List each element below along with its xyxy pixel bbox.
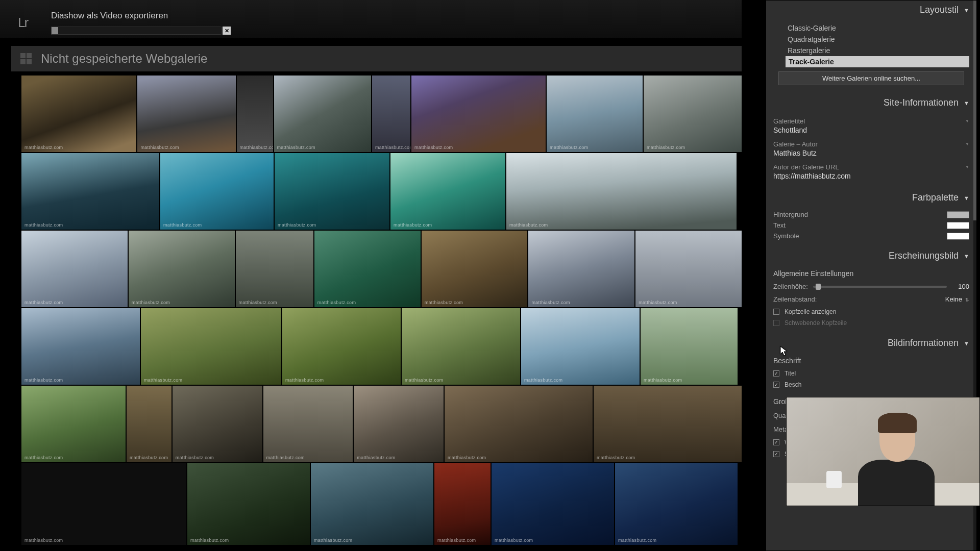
gallery-thumbnail[interactable]: matthiasbutz.com [236, 231, 313, 307]
section-title: Layoutstil [920, 5, 959, 15]
gallery-thumbnail[interactable]: matthiasbutz.com [354, 386, 444, 462]
gallery-thumbnail[interactable]: matthiasbutz.com [434, 463, 491, 545]
gallery-thumbnail[interactable]: matthiasbutz.com [129, 231, 235, 307]
watermark-text: matthiasbutz.com [190, 538, 229, 543]
gallery-thumbnail[interactable]: matthiasbutz.com [635, 231, 742, 307]
checkbox-icon [773, 320, 779, 326]
row-spacing-select[interactable]: Zeilenabstand: Keine⇅ [773, 292, 969, 306]
watermark-text: matthiasbutz.com [394, 222, 432, 228]
chevron-down-icon[interactable]: ▼ [965, 119, 969, 123]
section-site-info[interactable]: Site-Informationen ▼ [766, 93, 976, 112]
gallery-thumbnail[interactable]: matthiasbutz.com [521, 308, 640, 385]
layout-style-item[interactable]: Rastergalerie [786, 45, 969, 56]
gallery-thumbnail[interactable]: matthiasbutz.com [411, 76, 546, 152]
watermark-text: matthiasbutz.com [314, 538, 352, 543]
watermark-text: matthiasbutz.com [24, 378, 63, 383]
gallery-thumbnail[interactable]: matthiasbutz.com [547, 76, 643, 152]
watermark-text: matthiasbutz.com [130, 455, 168, 460]
gallery-thumbnail[interactable]: matthiasbutz.com [390, 153, 505, 230]
gallery-thumbnail[interactable]: matthiasbutz.com [492, 463, 614, 545]
cancel-export-button[interactable]: ✕ [223, 27, 231, 35]
chevron-down-icon: ▼ [964, 340, 969, 346]
color-row[interactable]: Text [773, 220, 969, 231]
gallery-thumbnail[interactable]: matthiasbutz.com [372, 76, 410, 152]
layout-style-item[interactable]: Classic-Galerie [786, 22, 969, 34]
gallery-thumbnail[interactable]: matthiasbutz.com [263, 386, 353, 462]
author-url-field[interactable]: https://matthiasbutz.com [773, 171, 969, 183]
watermark-text: matthiasbutz.com [644, 378, 682, 383]
author-field[interactable]: Matthias Butz [773, 148, 969, 160]
gallery-thumbnail[interactable]: matthiasbutz.com [237, 76, 273, 152]
watermark-text: matthiasbutz.com [550, 145, 588, 150]
gallery-thumbnail[interactable]: matthiasbutz.com [21, 76, 136, 152]
watermark-text: matthiasbutz.com [425, 300, 463, 305]
gallery-thumbnail[interactable]: matthiasbutz.com [127, 386, 172, 462]
watermark-text: matthiasbutz.com [266, 455, 305, 460]
gallery-thumbnail[interactable]: matthiasbutz.com [275, 153, 389, 230]
color-row[interactable]: Symbole [773, 231, 969, 241]
watermark-text: matthiasbutz.com [357, 455, 395, 460]
gallery-thumbnail[interactable]: matthiasbutz.com [160, 153, 274, 230]
gallery-grid[interactable]: matthiasbutz.commatthiasbutz.commatthias… [21, 76, 742, 551]
watermark-text: matthiasbutz.com [239, 300, 277, 305]
slider-track[interactable] [813, 286, 947, 288]
checkbox-icon: ✓ [773, 439, 779, 445]
export-progress: ✕ [51, 27, 231, 35]
checkbox-icon: ✓ [773, 451, 779, 457]
gallery-thumbnail[interactable]: matthiasbutz.com [21, 153, 159, 230]
watermark-text: matthiasbutz.com [24, 300, 63, 305]
layout-style-list: Classic-GalerieQuadratgalerieRastergaler… [786, 22, 969, 67]
layout-style-item[interactable]: Track-Galerie [786, 56, 969, 67]
watermark-text: matthiasbutz.com [375, 145, 410, 150]
description-checkbox[interactable]: ✓ Besch [773, 379, 969, 390]
gallery-title-field[interactable]: Schottland [773, 125, 969, 137]
watermark-text: matthiasbutz.com [278, 222, 316, 228]
chevron-down-icon[interactable]: ▼ [965, 165, 969, 169]
gallery-thumbnail[interactable]: matthiasbutz.com [402, 308, 520, 385]
watermark-text: matthiasbutz.com [24, 145, 63, 150]
watermark-text: matthiasbutz.com [531, 300, 570, 305]
gallery-thumbnail[interactable]: matthiasbutz.com [644, 76, 742, 152]
gallery-thumbnail[interactable]: matthiasbutz.com [528, 231, 634, 307]
watermark-text: matthiasbutz.com [448, 455, 486, 460]
chevron-down-icon[interactable]: ▼ [965, 142, 969, 146]
gallery-thumbnail[interactable]: matthiasbutz.com [141, 308, 281, 385]
gallery-thumbnail[interactable]: matthiasbutz.com [311, 463, 433, 545]
gallery-thumbnail[interactable]: matthiasbutz.com [314, 231, 421, 307]
more-galleries-button[interactable]: Weitere Galerien online suchen... [778, 71, 964, 85]
gallery-thumbnail[interactable]: matthiasbutz.com [187, 463, 310, 545]
gallery-thumbnail[interactable]: matthiasbutz.com [282, 308, 401, 385]
color-swatch[interactable] [947, 211, 969, 218]
section-layout-style[interactable]: Layoutstil ▼ [766, 1, 976, 19]
watermark-text: matthiasbutz.com [509, 222, 548, 228]
section-image-info[interactable]: Bildinformationen ▼ [766, 334, 976, 353]
gallery-thumbnail[interactable]: matthiasbutz.com [641, 308, 738, 385]
color-row[interactable]: Hintergrund [773, 209, 969, 220]
title-checkbox[interactable]: ✓ Titel [773, 368, 969, 379]
gallery-thumbnail[interactable]: matthiasbutz.com [615, 463, 738, 545]
layout-style-item[interactable]: Quadratgalerie [786, 34, 969, 45]
gallery-thumbnail[interactable]: matthiasbutz.com [274, 76, 371, 152]
gallery-thumbnail[interactable]: matthiasbutz.com [137, 76, 235, 152]
gallery-thumbnail[interactable]: matthiasbutz.com [21, 231, 128, 307]
color-swatch[interactable] [947, 222, 969, 229]
watermark-text: matthiasbutz.com [24, 455, 63, 460]
section-title: Site-Informationen [884, 97, 959, 108]
watermark-text: matthiasbutz.com [285, 378, 324, 383]
row-height-slider[interactable]: Zeilenhöhe: 100 [773, 281, 969, 292]
show-header-checkbox[interactable]: Kopfzeile anzeigen [773, 306, 969, 317]
gallery-thumbnail[interactable]: matthiasbutz.com [21, 386, 126, 462]
section-appearance[interactable]: Erscheinungsbild ▼ [766, 246, 976, 265]
chevron-down-icon: ▼ [964, 7, 969, 13]
section-color-palette[interactable]: Farbpalette ▼ [766, 188, 976, 207]
gallery-thumbnail[interactable]: matthiasbutz.com [445, 386, 593, 462]
gallery-thumbnail[interactable]: matthiasbutz.com [173, 386, 262, 462]
checkbox-icon: ✓ [773, 382, 779, 388]
gallery-thumbnail[interactable]: matthiasbutz.com [594, 386, 742, 462]
gallery-thumbnail[interactable]: matthiasbutz.com [422, 231, 528, 307]
watermark-text: matthiasbutz.com [132, 300, 170, 305]
color-swatch[interactable] [947, 233, 969, 240]
gallery-thumbnail[interactable]: matthiasbutz.com [506, 153, 737, 230]
gallery-thumbnail[interactable]: matthiasbutz.com [21, 308, 140, 385]
gallery-thumbnail[interactable]: matthiasbutz.com [21, 463, 186, 545]
